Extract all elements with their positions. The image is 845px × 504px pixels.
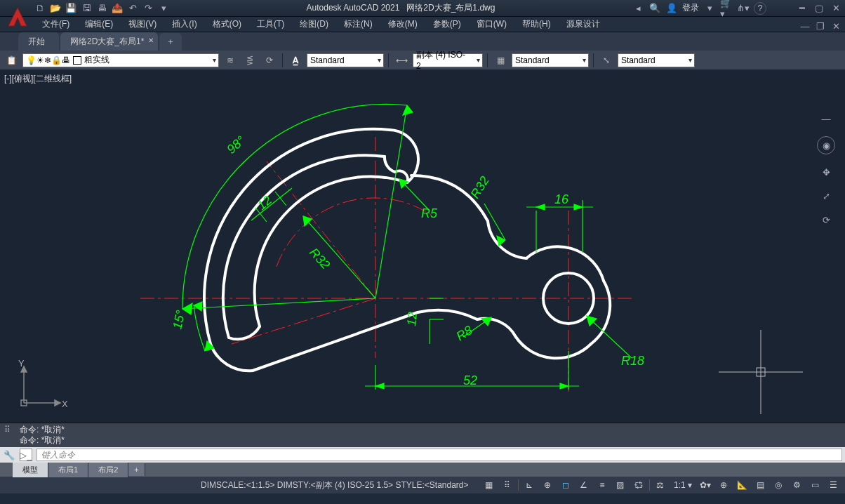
layer-iso-icon[interactable]: ⋚: [241, 53, 258, 68]
menu-file[interactable]: 文件(F): [35, 17, 76, 32]
lineweight-icon[interactable]: ≡: [594, 478, 610, 492]
tab-start[interactable]: 开始: [18, 32, 59, 51]
login-link[interactable]: 登录: [682, 2, 699, 14]
cleanscreen-icon[interactable]: ▭: [807, 478, 823, 492]
menu-view[interactable]: 视图(V): [121, 17, 164, 32]
menu-yuanquan[interactable]: 源泉设计: [559, 17, 607, 32]
anno-monitor-icon[interactable]: ⊕: [716, 478, 731, 492]
dim-12b: 12: [404, 311, 420, 326]
minimize-icon[interactable]: ━: [796, 2, 809, 15]
status-bar: DIMSCALE:<1:1.5> DIMSTY:<副本 (4) ISO-25 1…: [0, 477, 845, 493]
layer-prev-icon[interactable]: ⟳: [261, 53, 278, 68]
menu-draw[interactable]: 绘图(D): [293, 17, 335, 32]
maximize-icon[interactable]: ▢: [813, 2, 825, 15]
quickprops-icon[interactable]: ▤: [752, 478, 768, 492]
pan-icon[interactable]: ✥: [820, 166, 832, 178]
layout-tab-1[interactable]: 布局1: [48, 463, 88, 477]
dim-98: 98°: [224, 133, 248, 157]
publish-icon[interactable]: 📤: [111, 2, 124, 15]
menu-dimension[interactable]: 标注(N): [337, 17, 380, 32]
snap-icon[interactable]: ⠿: [500, 478, 515, 492]
workspace-icon[interactable]: ✿▾: [698, 478, 713, 492]
doc-close-icon[interactable]: ✕: [830, 20, 842, 32]
svg-text:X: X: [62, 399, 67, 409]
layout-tab-model[interactable]: 模型: [13, 463, 48, 477]
menu-param[interactable]: 参数(P): [426, 17, 468, 32]
customize-status-icon[interactable]: ☰: [825, 478, 841, 492]
saveas-icon[interactable]: 🖫: [80, 2, 93, 15]
doc-restore-icon[interactable]: ❐: [814, 20, 827, 32]
menu-modify[interactable]: 修改(M): [381, 17, 425, 32]
close-icon[interactable]: ✕: [830, 2, 842, 15]
layer-select[interactable]: 💡☀❄🔒🖶 粗实线: [22, 53, 219, 67]
dim-style-select[interactable]: 副本 (4) ISO-2: [413, 53, 483, 67]
app-logo[interactable]: [4, 3, 32, 31]
layer-state-icon[interactable]: ≋: [222, 53, 239, 68]
transparency-icon[interactable]: ▨: [613, 478, 628, 492]
new-icon[interactable]: 🗋: [34, 2, 46, 15]
menu-tools[interactable]: 工具(T): [250, 17, 291, 32]
table-style-icon[interactable]: ▦: [492, 53, 509, 68]
save-icon[interactable]: 💾: [65, 2, 77, 15]
dim-16: 16: [554, 192, 569, 206]
hardware-accel-icon[interactable]: ⚙: [789, 478, 804, 492]
nav-prev-icon[interactable]: ◂: [632, 2, 644, 15]
dim-r18: R18: [621, 354, 644, 368]
layout-tab-add[interactable]: +: [128, 463, 145, 476]
tab-add[interactable]: ＋: [159, 33, 182, 51]
osnap-icon[interactable]: ◻: [558, 478, 573, 492]
mleader-style-icon[interactable]: ⤡: [598, 53, 615, 68]
ortho-icon[interactable]: ⊾: [521, 478, 537, 492]
title-bar: 🗋 📂 💾 🖫 🖶 📤 ↶ ↷ ▾ Autodesk AutoCAD 2021 …: [0, 0, 845, 17]
plot-icon[interactable]: 🖶: [95, 2, 108, 15]
polar-icon[interactable]: ⊕: [540, 478, 555, 492]
units-icon[interactable]: 📐: [734, 478, 750, 492]
menu-format[interactable]: 格式(O): [206, 17, 248, 32]
user-icon[interactable]: 👤: [665, 2, 678, 15]
zoom-extents-icon[interactable]: ⤢: [820, 190, 832, 202]
otrack-icon[interactable]: ∠: [576, 478, 592, 492]
navbar-toggle-icon[interactable]: —: [820, 112, 832, 125]
menu-window[interactable]: 窗口(W): [470, 17, 514, 32]
undo-icon[interactable]: ↶: [126, 2, 139, 15]
command-history[interactable]: ⠿ 命令: *取消* 命令: *取消*: [0, 423, 845, 447]
command-input[interactable]: 键入命令: [36, 449, 842, 461]
tab-close-icon[interactable]: ✕: [148, 37, 154, 44]
cart-icon[interactable]: 🛒▾: [720, 2, 733, 15]
grid-icon[interactable]: ▦: [481, 478, 497, 492]
login-more-icon[interactable]: ▾: [703, 2, 716, 15]
mleader-style-select[interactable]: Standard: [618, 53, 695, 67]
layout-tab-bar: 模型 布局1 布局2 +: [0, 463, 845, 477]
table-style-select[interactable]: Standard: [512, 53, 589, 67]
qat-more-icon[interactable]: ▾: [157, 2, 170, 15]
cycling-icon[interactable]: ⮔: [631, 478, 646, 492]
redo-icon[interactable]: ↷: [142, 2, 154, 15]
cmd-prompt-icon[interactable]: ▷_: [20, 449, 32, 461]
drawing-canvas[interactable]: [-][俯视][二维线框]: [0, 70, 845, 423]
customize-icon[interactable]: 🔧: [3, 449, 15, 461]
text-style-select[interactable]: Standard: [307, 53, 384, 67]
doc-minimize-icon[interactable]: —: [799, 20, 811, 32]
dim-r32a: R32: [307, 245, 333, 272]
search-icon[interactable]: 🔍: [648, 2, 661, 15]
annoscale-icon[interactable]: ⚖: [653, 478, 668, 492]
svg-text:Y: Y: [18, 359, 25, 369]
isolate-icon[interactable]: ◎: [771, 478, 786, 492]
layout-tab-2[interactable]: 布局2: [88, 463, 128, 477]
dim-52: 52: [463, 373, 477, 387]
tab-document[interactable]: 网络2D大赛_布局1*✕: [60, 32, 158, 51]
steering-wheel-icon[interactable]: ◉: [817, 136, 835, 154]
open-icon[interactable]: 📂: [49, 2, 62, 15]
menu-insert[interactable]: 插入(I): [165, 17, 204, 32]
menu-help[interactable]: 帮助(H): [515, 17, 558, 32]
text-style-icon[interactable]: A̲: [287, 53, 304, 68]
app-switch-icon[interactable]: ⋔▾: [737, 2, 750, 15]
dim-15: 15°: [170, 309, 187, 331]
scale-display[interactable]: 1:1 ▾: [671, 480, 695, 490]
help-icon[interactable]: ?: [754, 2, 766, 15]
layer-properties-icon[interactable]: 📋: [3, 53, 20, 68]
cmd-handle-icon[interactable]: ⠿: [4, 425, 11, 435]
menu-edit[interactable]: 编辑(E): [78, 17, 120, 32]
dim-style-icon[interactable]: ⟷: [393, 53, 410, 68]
orbit-icon[interactable]: ⟳: [820, 213, 832, 226]
